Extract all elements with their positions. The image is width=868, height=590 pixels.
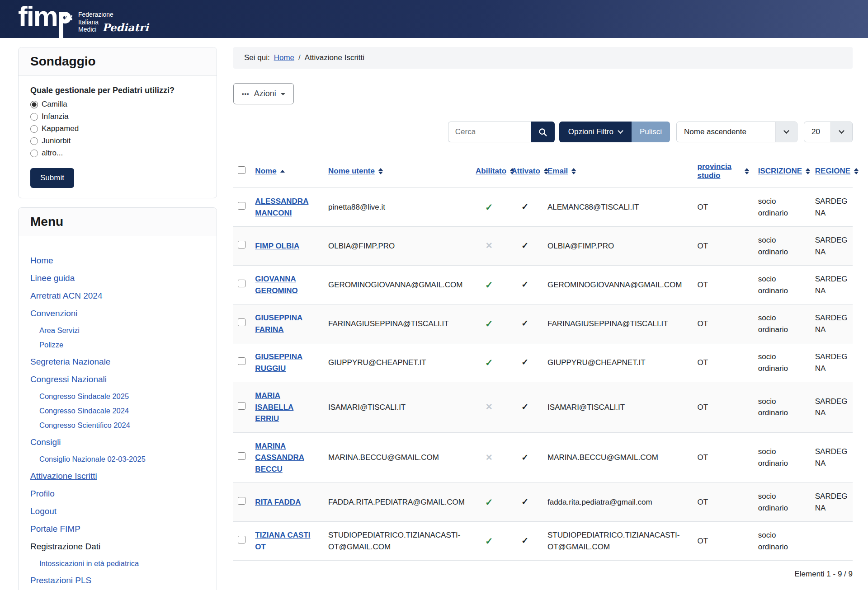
radio-juniorbit[interactable] [30, 137, 38, 145]
menu-link-prestazioni-pls[interactable]: Prestazioni PLS [30, 576, 91, 585]
disabled-x-icon: ✕ [486, 453, 493, 462]
row-checkbox[interactable] [238, 497, 245, 505]
sort-select[interactable]: Nome ascendente [676, 122, 797, 142]
sort-asc-icon [280, 170, 285, 173]
membership-cell: socio ordinario [754, 188, 811, 227]
column-sort-regione[interactable]: REGIONE [815, 167, 859, 176]
survey-card: Sondaggio Quale gestionale per Pediatri … [18, 47, 217, 198]
survey-submit-button[interactable]: Submit [30, 168, 74, 188]
survey-title: Sondaggio [30, 54, 205, 69]
menu-link-congresso-sindacale-2024[interactable]: Congresso Sindacale 2024 [39, 407, 129, 415]
row-checkbox[interactable] [238, 452, 245, 460]
breadcrumb-home-link[interactable]: Home [274, 53, 294, 62]
row-checkbox[interactable] [238, 318, 245, 326]
radio-infanzia[interactable] [30, 113, 38, 121]
member-name-link[interactable]: RITA FADDA [255, 498, 301, 506]
row-checkbox[interactable] [238, 241, 245, 248]
sort-both-icon [571, 168, 576, 175]
survey-question: Quale gestionale per Pediatri utilizzi? [30, 86, 205, 95]
row-checkbox[interactable] [238, 202, 245, 210]
province-cell: OT [693, 343, 754, 382]
email-cell: ALEMANC88@TISCALI.IT [543, 188, 693, 227]
clear-filters-button[interactable]: Pulisci [632, 122, 670, 142]
pagination-summary: Elementi 1 - 9 / 9 [233, 570, 853, 579]
table-row: GIUSEPPINA RUGGIUGIUPPYRU@CHEAPNET.IT✓✓G… [233, 343, 853, 382]
search-button[interactable] [531, 122, 555, 142]
main-content: Sei qui: Home / Attivazione Iscritti •••… [233, 47, 853, 579]
enabled-check-icon: ✓ [485, 497, 493, 507]
menu-item-logout: Logout [30, 506, 205, 516]
survey-option-camilla: Camilla [30, 100, 205, 109]
menu-link-area-servizi[interactable]: Area Servizi [39, 326, 80, 334]
member-name-link[interactable]: GIUSEPPINA FARINA [255, 314, 302, 334]
members-table: NomeNome utente AbilitatoAttivato Emailp… [233, 157, 853, 561]
column-sort-abilitato[interactable]: Abilitato [476, 167, 514, 176]
menu-link-congresso-sindacale-2025[interactable]: Congresso Sindacale 2025 [39, 392, 129, 400]
menu-link-congressi-nazionali[interactable]: Congressi Nazionali [30, 375, 107, 384]
radio-camilla[interactable] [30, 101, 38, 108]
breadcrumb: Sei qui: Home / Attivazione Iscritti [233, 47, 853, 69]
breadcrumb-current: Attivazione Iscritti [305, 53, 364, 62]
search-input[interactable] [448, 122, 531, 142]
enabled-check-icon: ✓ [485, 357, 493, 368]
page-size-select[interactable]: 20 [804, 122, 853, 142]
menu-link-segreteria-nazionale[interactable]: Segreteria Nazionale [30, 357, 110, 366]
menu-link-profilo[interactable]: Profilo [30, 489, 55, 498]
activated-check-icon: ✓ [521, 241, 528, 250]
radio-altro[interactable] [30, 150, 38, 157]
menu-link-logout[interactable]: Logout [30, 506, 57, 516]
menu-link-attivazione-iscritti[interactable]: Attivazione Iscritti [30, 471, 97, 481]
table-row: FIMP OLBIAOLBIA@FIMP.PRO✕✓OLBIA@FIMP.PRO… [233, 227, 853, 266]
menu-link-consiglio-nazionale-02-03-2025[interactable]: Consiglio Nazionale 02-03-2025 [39, 455, 146, 463]
select-all-checkbox[interactable] [238, 166, 245, 174]
menu-item-convenzioni: Convenzioni [30, 309, 205, 318]
filter-options-button[interactable]: Opzioni Filtro [559, 122, 632, 142]
menu-item-linee-guida: Linee guida [30, 273, 205, 283]
activated-check-icon: ✓ [521, 453, 528, 462]
province-cell: OT [693, 188, 754, 227]
column-sort-attivato[interactable]: Attivato [512, 167, 548, 176]
fimp-logo[interactable]: fim Federazione Italiana Medici Pediatri [18, 5, 149, 33]
menu-link-consigli[interactable]: Consigli [30, 437, 61, 447]
sort-both-icon [745, 168, 749, 175]
menu-item-portale-fimp: Portale FIMP [30, 524, 205, 534]
column-sort-email[interactable]: Email [547, 167, 576, 176]
search-icon [538, 127, 547, 137]
menu-item-intossicazioni-in-et-pediatrica: Intossicazioni in età pediatrica [39, 559, 205, 568]
member-name-link[interactable]: TIZIANA CASTI OT [255, 531, 310, 551]
sort-both-icon [806, 168, 810, 175]
row-checkbox[interactable] [238, 280, 245, 287]
username-cell: ISAMARI@TISCALI.IT [324, 382, 471, 433]
menu-link-portale-fimp[interactable]: Portale FIMP [30, 524, 80, 534]
region-cell: SARDEGNA [811, 483, 853, 522]
activated-check-icon: ✓ [521, 536, 528, 545]
menu-link-polizze[interactable]: Polizze [39, 341, 63, 349]
column-sort-provincia-studio[interactable]: provincia studio [698, 162, 749, 180]
menu-link-intossicazioni-in-et-pediatrica[interactable]: Intossicazioni in età pediatrica [39, 559, 139, 567]
region-cell: SARDEGNA [811, 188, 853, 227]
actions-dropdown-button[interactable]: ••• Azioni [233, 83, 294, 104]
member-name-link[interactable]: FIMP OLBIA [255, 242, 299, 250]
member-name-link[interactable]: ALESSANDRA MANCONI [255, 197, 308, 217]
menu-link-linee-guida[interactable]: Linee guida [30, 273, 75, 283]
member-name-link[interactable]: MARINA CASSANDRA BECCU [255, 442, 304, 473]
row-checkbox[interactable] [238, 536, 245, 543]
column-sort-iscrizione[interactable]: ISCRIZIONE [758, 167, 810, 176]
menu-link-arretrati-acn-2024[interactable]: Arretrati ACN 2024 [30, 291, 102, 300]
activated-check-icon: ✓ [521, 202, 528, 211]
row-checkbox[interactable] [238, 357, 245, 365]
radio-kappamed[interactable] [30, 125, 38, 133]
member-name-link[interactable]: MARIA ISABELLA ERRIU [255, 391, 293, 423]
menu-link-home[interactable]: Home [30, 256, 53, 265]
username-cell: GEROMINOGIOVANNA@GMAIL.COM [324, 266, 471, 304]
column-sort-nome-utente[interactable]: Nome utente [328, 167, 383, 176]
menu-item-home: Home [30, 256, 205, 266]
column-sort-nome[interactable]: Nome [255, 167, 284, 176]
row-checkbox[interactable] [238, 402, 245, 410]
member-name-link[interactable]: GIUSEPPINA RUGGIU [255, 352, 302, 373]
sidebar: Sondaggio Quale gestionale per Pediatri … [18, 47, 217, 590]
menu-link-convenzioni[interactable]: Convenzioni [30, 309, 78, 318]
member-name-link[interactable]: GIOVANNA GEROMINO [255, 275, 297, 295]
table-row: GIUSEPPINA FARINAFARINAGIUSEPPINA@TISCAL… [233, 304, 853, 343]
menu-link-congresso-scientifico-2024[interactable]: Congresso Scientifico 2024 [39, 421, 130, 429]
